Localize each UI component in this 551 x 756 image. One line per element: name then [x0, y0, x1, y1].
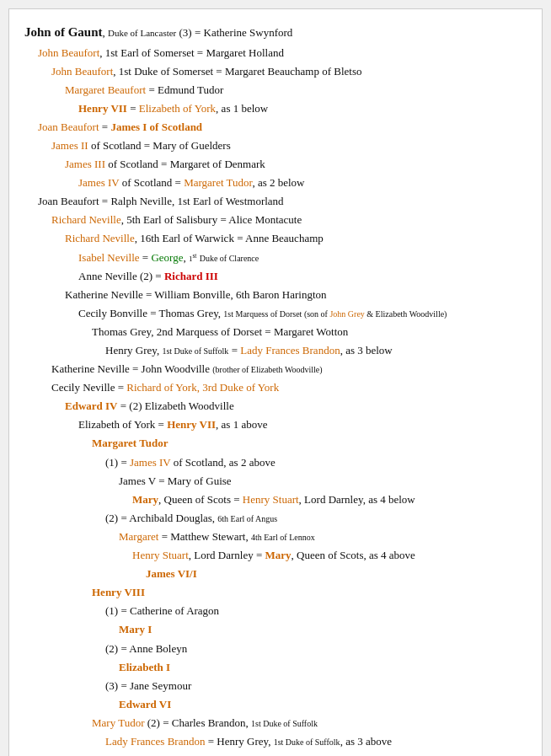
- genealogy-line-1: John Beaufort, 1st Earl of Somerset = Ma…: [24, 44, 527, 62]
- genealogy-line-10: Richard Neville, 5th Earl of Salisbury =…: [24, 211, 527, 229]
- genealogy-line-2: John Beaufort, 1st Duke of Somerset = Ma…: [24, 62, 527, 81]
- genealogy-line-31: (1) = Catherine of Aragon: [24, 602, 527, 620]
- genealogy-line-21: Elizabeth of York = Henry VII, as 1 abov…: [24, 416, 527, 434]
- genealogy-line-24: James V = Mary of Guise: [24, 472, 527, 491]
- genealogy-line-3: Margaret Beaufort = Edmund Tudor: [24, 81, 527, 99]
- genealogy-line-20: Edward IV = (2) Elizabeth Woodville: [24, 397, 527, 416]
- genealogy-line-39: Lady Jane Grey: [24, 751, 527, 756]
- genealogy-line-5: Joan Beaufort = James I of Scotland: [24, 118, 527, 137]
- genealogy-line-23: (1) = James IV of Scotland, as 2 above: [24, 453, 527, 472]
- genealogy-line-22: Margaret Tudor: [24, 434, 527, 453]
- genealogy-line-14: Katherine Neville = William Bonville, 6t…: [24, 286, 527, 304]
- genealogy-line-4: Henry VII = Elizabeth of York, as 1 belo…: [24, 99, 527, 118]
- genealogy-line-37: Mary Tudor (2) = Charles Brandon, 1st Du…: [24, 714, 527, 732]
- genealogy-line-38: Lady Frances Brandon = Henry Grey, 1st D…: [24, 732, 527, 751]
- genealogy-line-17: Henry Grey, 1st Duke of Suffolk = Lady F…: [24, 341, 527, 360]
- genealogy-line-25: Mary, Queen of Scots = Henry Stuart, Lor…: [24, 491, 527, 509]
- genealogy-line-33: (2) = Anne Boleyn: [24, 640, 527, 658]
- genealogy-line-26: (2) = Archibald Douglas, 6th Earl of Ang…: [24, 509, 527, 528]
- genealogy-line-28: Henry Stuart, Lord Darnley = Mary, Queen…: [24, 546, 527, 565]
- genealogy-line-6: James II of Scotland = Mary of Guelders: [24, 137, 527, 155]
- main-page: John of Gaunt, Duke of Lancaster (3) = K…: [8, 8, 543, 756]
- genealogy-line-27: Margaret = Matthew Stewart, 4th Earl of …: [24, 528, 527, 546]
- genealogy-line-12: Isabel Neville = George, 1st Duke of Cla…: [24, 249, 527, 267]
- genealogy-line-30: Henry VIII: [24, 583, 527, 602]
- genealogy-line-35: (3) = Jane Seymour: [24, 677, 527, 695]
- genealogy-line-19: Cecily Neville = Richard of York, 3rd Du…: [24, 378, 527, 397]
- genealogy-line-36: Edward VI: [24, 695, 527, 714]
- genealogy-line-32: Mary I: [24, 620, 527, 639]
- genealogy-line-29: James VI/I: [24, 565, 527, 583]
- genealogy-line-7: James III of Scotland = Margaret of Denm…: [24, 155, 527, 174]
- genealogy-line-8: James IV of Scotland = Margaret Tudor, a…: [24, 174, 527, 192]
- genealogy-line-15: Cecily Bonville = Thomas Grey, 1st Marqu…: [24, 304, 527, 323]
- genealogy-line-9: Joan Beaufort = Ralph Neville, 1st Earl …: [24, 192, 527, 211]
- genealogy-line-34: Elizabeth I: [24, 658, 527, 677]
- genealogy-line-0: John of Gaunt, Duke of Lancaster (3) = K…: [24, 22, 527, 44]
- genealogy-line-18: Katherine Neville = John Woodville (brot…: [24, 360, 527, 378]
- genealogy-content: John of Gaunt, Duke of Lancaster (3) = K…: [24, 22, 527, 756]
- genealogy-line-13: Anne Neville (2) = Richard III: [24, 267, 527, 286]
- genealogy-line-11: Richard Neville, 16th Earl of Warwick = …: [24, 229, 527, 248]
- genealogy-line-16: Thomas Grey, 2nd Marquess of Dorset = Ma…: [24, 323, 527, 341]
